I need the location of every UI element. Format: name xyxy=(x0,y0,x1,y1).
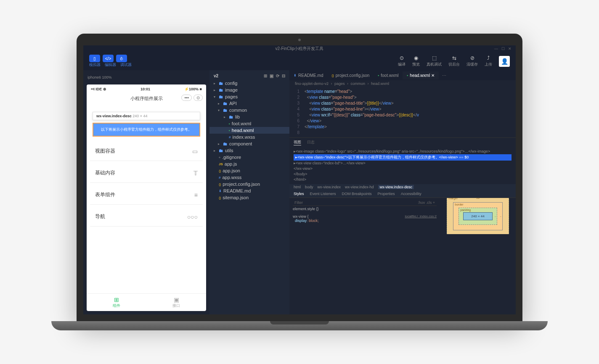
list-item[interactable]: 表单组件≡ xyxy=(90,185,203,205)
phone-tab[interactable]: ⊞组件 xyxy=(87,296,146,309)
explorer-root[interactable]: v2 xyxy=(214,74,218,78)
styles-filter[interactable]: Filter xyxy=(294,200,303,205)
toolbar-editor-button[interactable]: </> xyxy=(103,55,114,62)
toolbar-upload-button[interactable]: ⤴上传 xyxy=(485,55,492,67)
devtools-panel: 视图 日志 ▸<wx-image class="index-logo" src=… xyxy=(289,137,516,234)
styles-tab[interactable]: Properties xyxy=(378,192,395,196)
tree-file[interactable]: ⬇ README.md xyxy=(209,187,289,194)
laptop-camera xyxy=(298,39,301,41)
page-title: 小程序组件展示 xyxy=(130,96,163,101)
close-icon[interactable]: ✕ xyxy=(508,47,512,51)
toolbar-simulator-button[interactable]: ▯ xyxy=(89,55,100,62)
new-file-icon[interactable]: ⊞ xyxy=(264,74,267,78)
editor-tab[interactable]: ▪head.wxml ✕ xyxy=(403,71,438,79)
inspector-tooltip: wx-view.index-desc 240 × 44 xyxy=(93,112,200,120)
list-item[interactable]: 导航○○○ xyxy=(90,207,203,227)
status-signal: ••I IDE ⊕ xyxy=(91,87,106,91)
new-folder-icon[interactable]: ▣ xyxy=(270,74,273,78)
editor-tab[interactable]: {}project.config.json xyxy=(327,71,374,79)
minimize-icon[interactable]: — xyxy=(494,47,498,51)
tree-folder[interactable]: ▸🖿 lib xyxy=(209,113,289,120)
refresh-icon[interactable]: ⟳ xyxy=(276,74,279,78)
toolbar-preview-button[interactable]: ◉预览 xyxy=(412,55,420,67)
phone-tab[interactable]: ▣接口 xyxy=(146,296,206,309)
dom-breadcrumb-item[interactable]: html xyxy=(294,185,301,189)
styles-tab[interactable]: Accessibility xyxy=(401,192,421,196)
tree-file[interactable]: # index.wxss xyxy=(209,134,289,140)
phone-preview: ••I IDE ⊕ 10:01 ⚡100% ■ 小程序组件展示 ••• ⊙ xyxy=(87,84,206,311)
toolbar-editor-label: 编辑器 xyxy=(105,62,116,68)
collapse-icon[interactable]: ⊟ xyxy=(282,74,285,78)
tree-folder[interactable]: ▾🖿 common xyxy=(209,107,289,113)
dom-breadcrumb-item[interactable]: body xyxy=(305,185,313,189)
code-editor[interactable]: 1<template name="head">2 <view class="pa… xyxy=(289,87,516,137)
tree-file[interactable]: {} app.json xyxy=(209,167,289,174)
tabs-overflow-icon[interactable]: ⋯ xyxy=(439,73,450,78)
styles-filter-opts[interactable]: :hov .cls + xyxy=(418,200,435,205)
status-time: 10:01 xyxy=(140,87,150,91)
inspected-element[interactable]: 以下将展示小程序官方组件能力，组件样式仅供参考。 xyxy=(93,123,200,137)
tree-folder[interactable]: ▾🖿 pages xyxy=(209,93,289,100)
devtools-tab-console[interactable]: 日志 xyxy=(307,140,315,145)
toolbar-compile-button[interactable]: ⊙编译 xyxy=(398,55,406,67)
styles-tab[interactable]: DOM Breakpoints xyxy=(342,192,372,196)
toolbar-debugger-button[interactable]: ⫛ xyxy=(116,55,127,62)
editor-tab[interactable]: ▪foot.wxml xyxy=(374,71,403,79)
simulator-panel: iphone6 100% ••I IDE ⊕ 10:01 ⚡100% ■ 小程序… xyxy=(83,70,209,314)
tree-folder[interactable]: ▸🖿 component xyxy=(209,140,289,147)
tree-folder[interactable]: ▸🖿 config xyxy=(209,80,289,87)
breadcrumb: fino-applet-demo-v2 › pages › common › h… xyxy=(289,80,516,87)
editor-panel: ⬇README.md{}project.config.json▪foot.wxm… xyxy=(289,70,516,314)
tree-file[interactable]: JS app.js xyxy=(209,161,289,167)
tree-file[interactable]: ▪ foot.wxml xyxy=(209,120,289,127)
tree-folder[interactable]: ▸🖿 utils xyxy=(209,147,289,154)
maximize-icon[interactable]: ☐ xyxy=(501,47,505,51)
toolbar-simulator-label: 模拟器 xyxy=(89,62,101,68)
dom-tree[interactable]: ▸<wx-image class="index-logo" src="../re… xyxy=(289,147,516,184)
window-titlebar: v2-FinClip小程序开发工具 — ☐ ✕ xyxy=(83,45,516,52)
toolbar-back-button[interactable]: ⇆切后台 xyxy=(448,55,460,67)
tree-file[interactable]: # app.wxss xyxy=(209,174,289,181)
styles-tab[interactable]: Event Listeners xyxy=(310,192,336,196)
toolbar-debugger-label: 调试器 xyxy=(120,62,132,68)
tree-folder[interactable]: ▸🖿 image xyxy=(209,87,289,93)
box-model: margin 10 border - padding - 240 × 4 xyxy=(440,198,516,234)
tree-file[interactable]: {} project.config.json xyxy=(209,181,289,187)
dom-breadcrumb-item[interactable]: wx-view.index-desc xyxy=(378,185,414,189)
status-battery: ⚡100% ■ xyxy=(184,87,202,91)
dom-breadcrumb-item[interactable]: wx-view.index-hd xyxy=(345,185,374,189)
styles-tab[interactable]: Styles xyxy=(294,192,304,196)
toolbar-remote-button[interactable]: ⬚真机调试 xyxy=(427,55,442,67)
laptop-base xyxy=(51,321,548,330)
list-item[interactable]: 视图容器▭ xyxy=(90,142,203,161)
devtools-tab-elements[interactable]: 视图 xyxy=(294,140,301,145)
tree-folder[interactable]: ▸🖿 API xyxy=(209,100,289,107)
avatar[interactable]: 👤 xyxy=(499,56,510,67)
tree-file[interactable]: ▪ head.wxml xyxy=(209,127,289,134)
list-item[interactable]: 基础内容𝕋 xyxy=(90,164,203,183)
capsule-menu-icon[interactable]: ••• xyxy=(181,95,192,101)
capsule-close-icon[interactable]: ⊙ xyxy=(193,95,203,101)
toolbar: ▯ </> ⫛ 模拟器 编辑器 调试器 ⊙编译◉预览⬚真机调试⇆切后台⊘清缓存⤴… xyxy=(83,52,516,70)
tree-file[interactable]: ◦ .gitignore xyxy=(209,154,289,161)
styles-panel[interactable]: Filter :hov .cls + element.style {}</spa… xyxy=(289,198,440,234)
simulator-device-info: iphone6 100% xyxy=(87,74,206,81)
editor-tab[interactable]: ⬇README.md xyxy=(289,71,327,79)
tree-file[interactable]: {} sitemap.json xyxy=(209,194,289,201)
dom-breadcrumb-item[interactable]: wx-view.index xyxy=(318,185,341,189)
file-explorer: v2 ⊞ ▣ ⟳ ⊟ ▸🖿 config▸🖿 image▾🖿 pages▸🖿 A… xyxy=(209,70,289,314)
toolbar-cache-button[interactable]: ⊘清缓存 xyxy=(466,55,478,67)
window-title: v2-FinClip小程序开发工具 xyxy=(275,46,323,52)
